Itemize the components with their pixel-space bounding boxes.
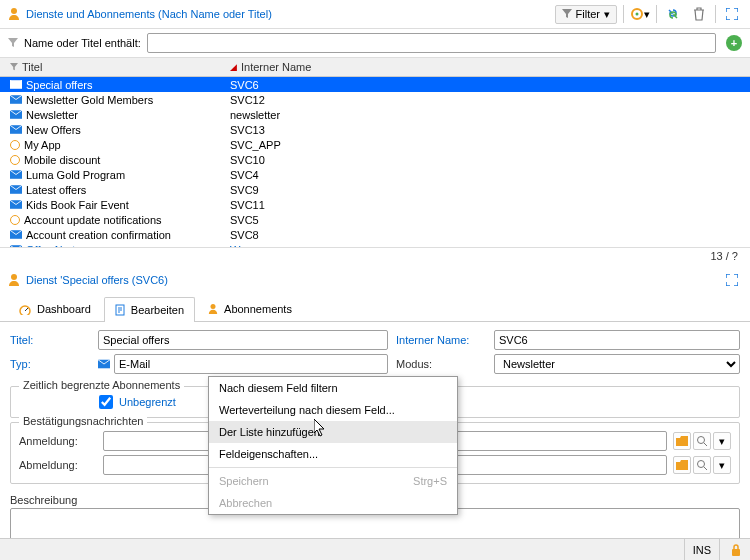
subscribe-label: Anmeldung: bbox=[19, 435, 97, 447]
folder-icon[interactable] bbox=[673, 456, 691, 474]
circle-icon bbox=[10, 155, 20, 165]
row-title: Latest offers bbox=[26, 184, 86, 196]
envelope-icon bbox=[10, 230, 22, 240]
svg-point-12 bbox=[11, 274, 17, 280]
ctx-value-distribution[interactable]: Werteverteilung nach diesem Feld... bbox=[209, 399, 457, 421]
refresh-icon[interactable] bbox=[663, 4, 683, 24]
tab-abos[interactable]: Abonnements bbox=[197, 296, 303, 321]
table-row[interactable]: Newsletternewsletter bbox=[0, 107, 750, 122]
separator bbox=[623, 5, 624, 23]
insert-mode: INS bbox=[684, 539, 720, 560]
list-header: Dienste und Abonnements (Nach Name oder … bbox=[0, 0, 750, 29]
typ-field[interactable] bbox=[114, 354, 388, 374]
gear-icon[interactable]: ▾ bbox=[630, 4, 650, 24]
edit-form: Titel: Interner Name: Typ: Modus: Newsle… bbox=[0, 322, 750, 382]
row-title: Offer Alerts bbox=[26, 244, 81, 248]
table-body: Special offersSVC6Newsletter Gold Member… bbox=[0, 77, 750, 247]
table-row[interactable]: Latest offersSVC9 bbox=[0, 182, 750, 197]
table-row[interactable]: Account update notificationsSVC5 bbox=[0, 212, 750, 227]
ctx-add-to-list[interactable]: Der Liste hinzufügen bbox=[209, 421, 457, 443]
row-intern: SVC5 bbox=[230, 214, 259, 226]
envelope-icon bbox=[10, 95, 22, 105]
row-intern: SVC13 bbox=[230, 124, 265, 136]
chevron-down-icon[interactable]: ▾ bbox=[713, 456, 731, 474]
trash-icon[interactable] bbox=[689, 4, 709, 24]
tab-edit[interactable]: Bearbeiten bbox=[104, 297, 195, 322]
table-header: Titel ◢ Interner Name bbox=[0, 58, 750, 77]
row-intern: SVC10 bbox=[230, 154, 265, 166]
expand-detail-icon[interactable] bbox=[722, 270, 742, 290]
person-icon bbox=[8, 7, 20, 21]
row-intern: SVC11 bbox=[230, 199, 265, 211]
filter-row: Name oder Titel enthält: + bbox=[0, 29, 750, 58]
table-row[interactable]: My AppSVC_APP bbox=[0, 137, 750, 152]
row-intern: Warnungen bbox=[230, 244, 286, 248]
dashboard-icon bbox=[19, 303, 31, 315]
table-row[interactable]: Kids Book Fair EventSVC11 bbox=[0, 197, 750, 212]
svg-point-18 bbox=[698, 461, 705, 468]
person-icon bbox=[208, 303, 218, 315]
chevron-down-icon[interactable]: ▾ bbox=[713, 432, 731, 450]
row-title: Newsletter bbox=[26, 109, 78, 121]
context-menu: Nach diesem Feld filtern Werteverteilung… bbox=[208, 376, 458, 515]
funnel-icon bbox=[8, 38, 18, 48]
unlimited-label: Unbegrenzt bbox=[119, 396, 176, 408]
circle-icon bbox=[10, 140, 20, 150]
row-title: New Offers bbox=[26, 124, 81, 136]
row-intern: SVC8 bbox=[230, 229, 259, 241]
status-bar: INS bbox=[0, 538, 750, 560]
svg-rect-19 bbox=[732, 549, 740, 556]
col-header-title[interactable]: Titel bbox=[4, 58, 224, 76]
chevron-down-icon: ▾ bbox=[604, 8, 610, 21]
envelope-icon bbox=[10, 185, 22, 195]
time-limited-legend: Zeitlich begrenzte Abonnements bbox=[19, 379, 184, 391]
ctx-filter-by-field[interactable]: Nach diesem Feld filtern bbox=[209, 377, 457, 399]
row-title: Account update notifications bbox=[24, 214, 162, 226]
circle-icon bbox=[10, 215, 20, 225]
filter-input[interactable] bbox=[147, 33, 716, 53]
row-intern: SVC_APP bbox=[230, 139, 281, 151]
envelope-icon bbox=[10, 170, 22, 180]
row-intern: SVC9 bbox=[230, 184, 259, 196]
titel-label: Titel: bbox=[10, 334, 90, 346]
col-title-label: Titel bbox=[22, 61, 42, 73]
titel-field[interactable] bbox=[98, 330, 388, 350]
envelope-icon bbox=[10, 110, 22, 120]
sort-asc-icon: ◢ bbox=[230, 62, 237, 72]
table-row[interactable]: Mobile discountSVC10 bbox=[0, 152, 750, 167]
col-intern-label: Interner Name bbox=[241, 61, 311, 73]
svg-point-17 bbox=[698, 437, 705, 444]
table-row[interactable]: Newsletter Gold MembersSVC12 bbox=[0, 92, 750, 107]
intern-field[interactable] bbox=[494, 330, 740, 350]
document-icon bbox=[115, 304, 125, 316]
folder-icon[interactable] bbox=[673, 432, 691, 450]
envelope-icon bbox=[10, 125, 22, 135]
row-title: Special offers bbox=[26, 79, 92, 91]
envelope-icon bbox=[10, 200, 22, 210]
tab-edit-label: Bearbeiten bbox=[131, 304, 184, 316]
envelope-icon bbox=[10, 80, 22, 90]
unlimited-checkbox[interactable] bbox=[99, 395, 113, 409]
table-row[interactable]: Offer AlertsWarnungen bbox=[0, 242, 750, 247]
table-row[interactable]: Account creation confirmationSVC8 bbox=[0, 227, 750, 242]
expand-icon[interactable] bbox=[722, 4, 742, 24]
funnel-icon bbox=[562, 9, 572, 19]
unsubscribe-label: Abmeldung: bbox=[19, 459, 97, 471]
row-intern: SVC6 bbox=[230, 79, 259, 91]
person-icon bbox=[8, 273, 20, 287]
filter-button[interactable]: Filter ▾ bbox=[555, 5, 617, 24]
table-row[interactable]: Special offersSVC6 bbox=[0, 77, 750, 92]
add-filter-button[interactable]: + bbox=[726, 35, 742, 51]
modus-field[interactable]: Newsletter bbox=[494, 354, 740, 374]
table-row[interactable]: New OffersSVC13 bbox=[0, 122, 750, 137]
tab-dashboard[interactable]: Dashboard bbox=[8, 296, 102, 321]
search-icon[interactable] bbox=[693, 456, 711, 474]
search-icon[interactable] bbox=[693, 432, 711, 450]
tab-dashboard-label: Dashboard bbox=[37, 303, 91, 315]
table-row[interactable]: Luma Gold ProgramSVC4 bbox=[0, 167, 750, 182]
ctx-field-properties[interactable]: Feldeigenschaften... bbox=[209, 443, 457, 465]
envelope-icon bbox=[10, 245, 22, 248]
col-header-intern[interactable]: ◢ Interner Name bbox=[224, 58, 746, 76]
svg-point-0 bbox=[11, 8, 17, 14]
list-title: Dienste und Abonnements (Nach Name oder … bbox=[26, 8, 549, 20]
